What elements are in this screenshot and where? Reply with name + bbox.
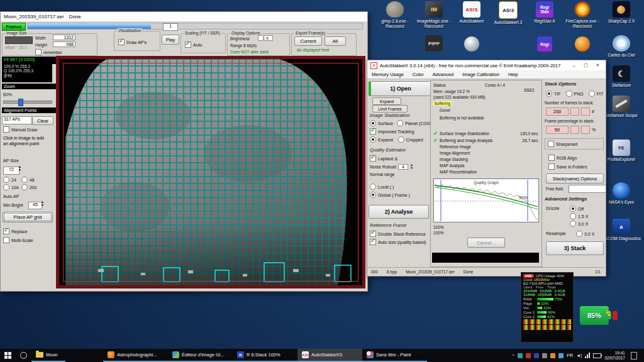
stack-button[interactable]: 3) Stack [546,241,604,255]
resample-30-radio[interactable]: 3.0 X [576,231,594,237]
frame-pct-extra-2[interactable] [581,126,590,134]
drizzle-15-radio[interactable]: 1.5 X [570,213,588,219]
desktop-icon-registax6[interactable]: Regi Stax RegiStax 6 [525,1,564,24]
search-button[interactable] [16,349,31,362]
tray-icon-6[interactable] [558,353,564,358]
limit-frames-button[interactable]: Limit Frames [372,105,408,112]
action-center-icon[interactable] [631,352,637,359]
frames-button[interactable]: Frames [2,23,26,31]
desktop-icon-registax-2[interactable]: Regi [525,36,564,52]
clear-aps-button[interactable]: Clear [32,116,53,125]
surface-radio[interactable]: Surface [370,120,393,126]
num-frames-input[interactable]: 200 [546,107,569,116]
ap-size-104[interactable]: 104 [3,184,19,190]
analyse-button[interactable]: 2) Analyse [369,205,429,219]
rgb-align-checkbox[interactable]: RGB Align [548,155,577,161]
taskbar-paint[interactable]: Sans titre - Paint [362,349,427,362]
menu-help[interactable]: Help [504,72,522,77]
tray-icon-4[interactable] [542,353,547,358]
auto-size-checkbox[interactable]: Auto size (quality based) [370,239,426,245]
close-icon[interactable]: ✕ [593,62,602,70]
height-value[interactable]: 968 [53,41,75,47]
start-button[interactable] [0,349,16,362]
frame-pct-extra-1[interactable] [570,126,579,134]
desktop-icon-nasas-eyes[interactable]: NASA's Eyes [602,182,641,205]
image-canvas[interactable] [56,56,365,288]
desktop-icon-gimp[interactable]: gimp-2.8.exe - Raccourci [375,1,414,28]
viewer-titlebar[interactable]: Moon_201539_010717.ser Done [1,12,367,21]
tray-expand-icon[interactable]: ^ [512,353,514,358]
tray-icon-3[interactable] [534,353,539,358]
min-bright-value[interactable]: 45 [28,202,42,209]
ap-size-value[interactable]: 72 [3,167,19,175]
png-radio[interactable]: PNG [566,90,584,97]
drizzle-off-radio[interactable]: Off [570,206,584,212]
taskbar-moon-explorer[interactable]: Moon [31,349,65,362]
menu-color[interactable]: Color [408,72,428,77]
desktop-icon-pipp[interactable]: PIPP [414,35,453,52]
desktop-icon-cartes-du-ciel[interactable]: Cartes du Ciel [602,35,641,58]
desktop-icon-firecapture[interactable]: FireCapture.exe - Raccourci [563,1,602,28]
noise-robust-spinner[interactable]: ▲▼ [410,163,413,170]
export-current-button[interactable]: Current [294,36,322,46]
desktop-icon-profileexplorer[interactable]: PE ProfileExplorer [602,140,641,162]
ap-size-200[interactable]: 200 [21,184,37,190]
fit-radio[interactable]: FIT [589,90,604,97]
menu-image-calibration[interactable]: Image Calibration [458,72,504,77]
tray-icon-1[interactable] [518,353,523,358]
free-field-input[interactable] [569,185,606,193]
tray-icon-5[interactable] [550,353,555,358]
ap-size-48[interactable]: 48 [21,177,35,183]
battery-widget[interactable]: 85% ↯ [580,306,616,325]
desktop-icon-orange[interactable] [563,36,602,52]
brightness-value[interactable]: 1 x [258,35,273,41]
desktop-icon-stellarium[interactable]: ☾ Stellarium [602,65,641,88]
taskbar-registax[interactable]: R R 6:Stack 100% [233,349,297,362]
replace-checkbox[interactable]: Replace [3,228,28,234]
cpu-monitor-widget[interactable]: AMD CPU Usage 41% Clock 1800MHz E2-7110 … [521,272,574,343]
language-indicator[interactable]: FR [567,353,573,358]
taskbar-autostakkert[interactable]: AS! AutoStakkert!3 [297,349,362,362]
tif-radio[interactable]: TIF [546,90,561,97]
clock[interactable]: 19:41 02/07/2017 [604,351,625,360]
double-stack-checkbox[interactable]: Double Stack Reference [370,231,426,237]
minimize-icon[interactable]: – [569,62,579,70]
width-value[interactable]: 1312 [53,35,75,40]
size-preset-box[interactable] [5,36,33,44]
num-frames-extra-1[interactable] [570,107,579,116]
open-button[interactable]: 1) Open [369,81,431,96]
cancel-button[interactable]: Cancel... [467,238,505,248]
manual-draw-checkbox[interactable]: Manual Draw [3,126,37,133]
cropped-radio[interactable]: Cropped [398,136,423,143]
place-ap-grid-button[interactable]: Place AP grid [3,212,53,222]
noise-robust-value[interactable]: 4 [398,164,408,170]
desktop-icon-autostakkert[interactable]: AS!S AutoStakkert [452,1,491,24]
range-label[interactable]: Range 8 bit(A) [230,43,257,48]
draw-aps-checkbox[interactable]: Draw AP's [118,39,147,45]
auto-scaling-checkbox[interactable]: Auto [185,41,202,48]
zoom-slider-thumb[interactable] [18,99,23,106]
expand-button[interactable]: Expand [372,97,401,105]
tray-icon-2[interactable] [526,353,531,358]
expand-radio[interactable]: Expand [370,136,393,143]
maximize-icon[interactable]: ▢ [581,62,591,70]
multi-scale-checkbox[interactable]: Multi-Scale [3,237,33,243]
sharpened-checkbox[interactable]: Sharpened [548,141,603,147]
ap-size-24[interactable]: 24 [3,177,16,183]
moon-image[interactable] [59,59,362,285]
planet-radio[interactable]: Planet (COG) [397,120,431,126]
network-icon[interactable] [585,353,590,358]
ap-size-spinner[interactable]: ▲▼ [18,165,21,172]
taskbar-image-editor[interactable]: Éditeur d'image Gl... [168,349,233,362]
stack-name-options-button[interactable]: Stack(name) Options [546,173,604,184]
desktop-icon-autostakkert3[interactable]: AS!3 AutoStakkert.3 [489,1,528,25]
auto-ap-label[interactable]: Auto AP [3,194,19,199]
improved-tracking-checkbox[interactable]: Improved Tracking [370,128,414,134]
as-titlebar[interactable]: A AutoStakkert! 3.0.14 (x64) - free for … [367,60,606,70]
desktop-icon-stellarium-scope[interactable]: Stellarium Scope [602,96,641,118]
menu-advanced[interactable]: Advanced [428,72,458,77]
export-all-button[interactable]: All [325,36,346,46]
desktop-icon-sphere[interactable] [452,36,491,52]
desktop-icon-ascom-diagnostics[interactable]: A ASCOM Diagnostics [602,219,641,241]
battery-tray-icon[interactable] [593,353,601,358]
